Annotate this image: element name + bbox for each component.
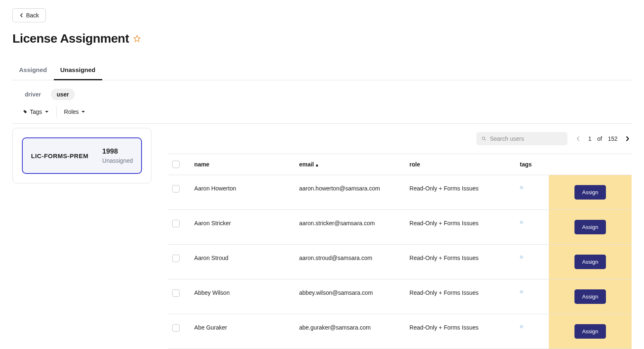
page-of: of [597, 135, 602, 142]
caret-down-icon [81, 110, 85, 114]
select-all-checkbox[interactable] [172, 161, 180, 168]
row-checkbox[interactable] [172, 185, 180, 193]
svg-line-2 [485, 140, 486, 141]
row-email: abe.guraker@samsara.com [295, 314, 406, 349]
license-name: LIC-FORMS-PREM [31, 152, 89, 159]
row-checkbox[interactable] [172, 324, 180, 332]
tag-dot-icon [520, 255, 523, 259]
row-email: abbey.wilson@samsara.com [295, 279, 406, 314]
filter-tags-dropdown[interactable]: Tags [16, 106, 57, 118]
row-name: Aaron Stroud [190, 245, 295, 279]
table-row: Aaron Strickeraaron.stricker@samsara.com… [168, 210, 632, 245]
tag-dot-icon [520, 325, 523, 328]
page-next-button[interactable] [623, 135, 632, 143]
row-role: Read-Only + Forms Issues [405, 175, 516, 210]
back-label: Back [26, 12, 39, 19]
users-table: name email▲ role tags Aaron Howertonaaro… [168, 154, 632, 349]
row-role: Read-Only + Forms Issues [405, 245, 516, 279]
page-current: 1 [588, 135, 591, 142]
tag-dot-icon [520, 186, 523, 189]
license-card-container: LIC-FORMS-PREM 1998 Unassigned [12, 128, 151, 183]
filter-roles-label: Roles [64, 108, 79, 115]
filter-type-driver[interactable]: driver [19, 89, 47, 100]
row-role: Read-Only + Forms Issues [405, 279, 516, 314]
row-email: aaron.stroud@samsara.com [295, 245, 406, 279]
favorite-star-icon[interactable] [133, 35, 141, 42]
row-checkbox[interactable] [172, 289, 180, 297]
filter-roles-dropdown[interactable]: Roles [57, 106, 93, 118]
search-input-wrap [476, 132, 567, 145]
assign-button[interactable]: Assign [574, 324, 606, 339]
svg-point-1 [482, 137, 485, 140]
column-email[interactable]: email▲ [295, 154, 406, 175]
table-row: Abe Gurakerabe.guraker@samsara.comRead-O… [168, 314, 632, 349]
chevron-left-icon [576, 136, 581, 141]
chevron-right-icon [625, 136, 630, 141]
filter-tags-label: Tags [30, 108, 42, 115]
tag-dot-icon [520, 221, 523, 224]
row-checkbox[interactable] [172, 255, 180, 262]
row-email: aaron.stricker@samsara.com [295, 210, 406, 245]
search-icon [481, 136, 487, 142]
assign-button[interactable]: Assign [574, 185, 606, 200]
row-role: Read-Only + Forms Issues [405, 314, 516, 349]
page-title: License Assignment [12, 31, 129, 46]
license-count: 1998 [102, 147, 133, 156]
column-role[interactable]: role [405, 154, 516, 175]
chevron-left-icon [19, 13, 24, 17]
back-button[interactable]: Back [12, 8, 46, 22]
column-tags[interactable]: tags [516, 154, 549, 175]
row-email: aaron.howerton@samsara.com [295, 175, 406, 210]
assign-button[interactable]: Assign [574, 289, 606, 304]
page-total: 152 [608, 135, 618, 142]
row-name: Abbey Wilson [190, 279, 295, 314]
page-prev-button[interactable] [574, 135, 582, 143]
caret-down-icon [45, 110, 49, 114]
tab-assigned[interactable]: Assigned [12, 60, 54, 80]
row-checkbox[interactable] [172, 220, 180, 227]
column-name[interactable]: name [190, 154, 295, 175]
row-name: Aaron Stricker [190, 210, 295, 245]
tag-icon [23, 110, 27, 114]
filter-type-user[interactable]: user [51, 89, 75, 100]
sort-asc-icon: ▲ [315, 162, 319, 167]
table-row: Abbey Wilsonabbey.wilson@samsara.comRead… [168, 279, 632, 314]
tag-dot-icon [520, 290, 523, 294]
license-card[interactable]: LIC-FORMS-PREM 1998 Unassigned [22, 137, 142, 174]
svg-point-0 [24, 111, 25, 111]
row-role: Read-Only + Forms Issues [405, 210, 516, 245]
table-row: Aaron Stroudaaron.stroud@samsara.comRead… [168, 245, 632, 279]
assign-button[interactable]: Assign [574, 220, 606, 234]
row-name: Aaron Howerton [190, 175, 295, 210]
search-input[interactable] [490, 135, 562, 142]
license-status: Unassigned [102, 157, 133, 164]
row-name: Abe Guraker [190, 314, 295, 349]
tab-unassigned[interactable]: Unassigned [54, 60, 102, 80]
assign-button[interactable]: Assign [574, 255, 606, 269]
table-row: Aaron Howertonaaron.howerton@samsara.com… [168, 175, 632, 210]
